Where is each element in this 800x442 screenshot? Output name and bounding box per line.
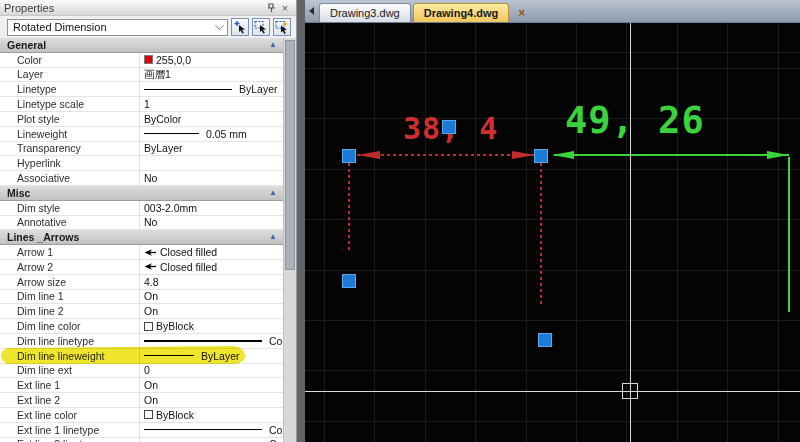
- prop-value[interactable]: Closed filled: [140, 260, 283, 274]
- panel-divider[interactable]: [296, 0, 305, 442]
- crosshair-vertical: [630, 23, 631, 442]
- collapse-icon[interactable]: ▲: [269, 40, 277, 49]
- prop-value[interactable]: 003-2.0mm: [140, 201, 283, 215]
- prop-value[interactable]: On: [140, 304, 283, 318]
- drawing-canvas[interactable]: 38, 4 49, 26: [305, 23, 800, 442]
- prop-label: Dim line 2: [0, 304, 140, 318]
- prop-row-ext-line-color: Ext line colorByBlock: [0, 408, 283, 423]
- prop-row-annotative: AnnotativeNo: [0, 216, 283, 231]
- green-extension-line-right[interactable]: [788, 157, 790, 312]
- prop-value[interactable]: 1: [140, 97, 283, 111]
- red-extension-line-right[interactable]: [540, 163, 542, 307]
- prop-label: Ext line 2 linetype: [0, 438, 140, 442]
- prop-row-hyperlink: Hyperlink: [0, 156, 283, 171]
- green-arrowhead-left: [552, 151, 574, 159]
- tab-close-icon[interactable]: ×: [518, 7, 525, 19]
- prop-value[interactable]: On: [140, 378, 283, 392]
- object-type-value: Rotated Dimension: [13, 21, 215, 33]
- color-swatch: [144, 55, 153, 64]
- file-tab-bar: Drawing3.dwg Drawing4.dwg ×: [305, 0, 800, 23]
- red-dimension-line[interactable]: [357, 154, 535, 156]
- prop-row-arrow-2: Arrow 2Closed filled: [0, 260, 283, 275]
- prop-row-dim-line-linetype: Dim line linetypeContinuous: [0, 334, 283, 349]
- prop-row-transparency: TransparencyByLayer: [0, 142, 283, 157]
- toggle-pickadd-button[interactable]: [231, 18, 249, 36]
- tab-drawing4[interactable]: Drawing4.dwg: [413, 3, 510, 22]
- prop-value[interactable]: 0.05 mm: [140, 127, 283, 141]
- prop-value[interactable]: No: [140, 171, 283, 185]
- prop-value[interactable]: 4.8: [140, 275, 283, 289]
- grip-defpoint-right[interactable]: [538, 333, 552, 347]
- green-dimension-line[interactable]: [554, 154, 789, 156]
- prop-value[interactable]: On: [140, 393, 283, 407]
- prop-row-ext-line-2-linetype: Ext line 2 linetypeContinuous: [0, 438, 283, 442]
- prop-value[interactable]: Continuous: [140, 334, 283, 348]
- select-objects-button[interactable]: [252, 18, 270, 36]
- prop-value[interactable]: On: [140, 290, 283, 304]
- prop-value[interactable]: Continuous: [140, 438, 283, 442]
- prop-label: Ext line color: [0, 408, 140, 422]
- green-arrowhead-right: [767, 151, 789, 159]
- prop-row-lineweight: Lineweight0.05 mm: [0, 127, 283, 142]
- red-arrowhead-right: [512, 151, 535, 159]
- pickbox-cursor: [622, 383, 638, 399]
- prop-row-plot-style: Plot styleByColor: [0, 112, 283, 127]
- prop-row-linetype: LinetypeByLayer: [0, 82, 283, 97]
- prop-label: Dim line lineweight: [0, 349, 140, 363]
- prop-value[interactable]: ByLayer: [140, 82, 283, 96]
- prop-label: Dim style: [0, 201, 140, 215]
- prop-row-layer: Layer画層1: [0, 68, 283, 83]
- grip-defpoint-left[interactable]: [342, 274, 356, 288]
- red-arrowhead-left: [357, 151, 380, 159]
- section-header-general[interactable]: General▲: [0, 38, 283, 53]
- red-extension-line-left[interactable]: [348, 163, 350, 252]
- prop-row-associative: AssociativeNo: [0, 171, 283, 186]
- section-header-lines-arrows[interactable]: Lines _Arrows▲: [0, 230, 283, 245]
- prop-label: Associative: [0, 171, 140, 185]
- chevron-down-icon: [215, 21, 224, 30]
- prop-value[interactable]: Closed filled: [140, 245, 283, 259]
- prop-value[interactable]: ByBlock: [140, 408, 283, 422]
- prop-value[interactable]: 画層1: [140, 68, 283, 82]
- section-header-misc[interactable]: Misc▲: [0, 186, 283, 201]
- arrowhead-icon: [144, 248, 157, 257]
- prop-label: Dim line ext: [0, 364, 140, 378]
- prop-row-ext-line-2: Ext line 2On: [0, 393, 283, 408]
- prop-value[interactable]: Continuous: [140, 423, 283, 437]
- object-type-dropdown[interactable]: Rotated Dimension: [7, 19, 228, 36]
- tab-scroll-left-icon[interactable]: [309, 7, 314, 15]
- properties-titlebar[interactable]: Properties ×: [0, 0, 296, 16]
- quick-select-icon: [275, 20, 289, 34]
- prop-row-arrow-size: Arrow size4.8: [0, 275, 283, 290]
- prop-value[interactable]: [140, 156, 283, 170]
- prop-row-dim-line-lineweight: Dim line lineweightByLayer: [0, 349, 283, 364]
- grip-red-right-end[interactable]: [534, 149, 548, 163]
- quick-select-button[interactable]: [273, 18, 291, 36]
- collapse-icon[interactable]: ▲: [269, 188, 277, 197]
- prop-value[interactable]: ByColor: [140, 112, 283, 126]
- prop-value[interactable]: ByLayer: [140, 349, 283, 363]
- tab-drawing3[interactable]: Drawing3.dwg: [319, 3, 411, 22]
- pin-icon[interactable]: [264, 2, 278, 14]
- crosshair-horizontal: [305, 391, 800, 392]
- close-icon[interactable]: ×: [278, 2, 292, 14]
- prop-label: Layer: [0, 68, 140, 82]
- properties-toolbar: Rotated Dimension: [0, 16, 296, 38]
- prop-value[interactable]: 0: [140, 364, 283, 378]
- prop-value[interactable]: No: [140, 216, 283, 230]
- grip-red-left-end[interactable]: [342, 149, 356, 163]
- prop-label: Dim line color: [0, 319, 140, 333]
- color-swatch: [144, 322, 153, 331]
- grip-red-text[interactable]: [442, 120, 456, 134]
- prop-label: Transparency: [0, 142, 140, 156]
- prop-label: Hyperlink: [0, 156, 140, 170]
- prop-value[interactable]: 255,0,0: [140, 53, 283, 67]
- green-dimension-text[interactable]: 49, 26: [565, 99, 705, 142]
- prop-value[interactable]: ByBlock: [140, 319, 283, 333]
- collapse-icon[interactable]: ▲: [269, 232, 277, 241]
- prop-value[interactable]: ByLayer: [140, 142, 283, 156]
- properties-scrollbar[interactable]: [283, 38, 296, 442]
- scrollbar-thumb[interactable]: [285, 40, 295, 270]
- prop-label: Annotative: [0, 216, 140, 230]
- pickadd-icon: [233, 20, 247, 34]
